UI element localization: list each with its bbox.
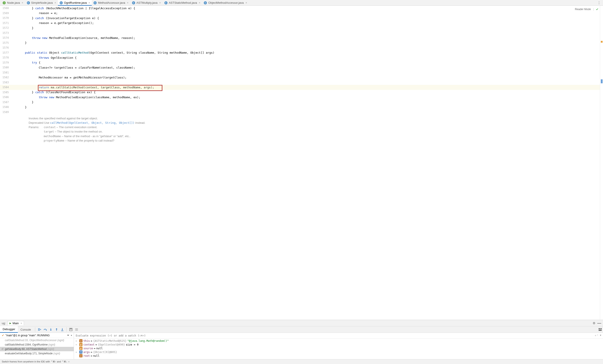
code-line[interactable]: 1578 throws OgnlException { (0, 55, 600, 60)
step-into-icon[interactable] (48, 327, 54, 332)
error-stripe[interactable] (600, 6, 603, 320)
code-line[interactable]: 1575 } (0, 40, 600, 45)
code-content[interactable]: Class<?> targetClass = classForName(cont… (17, 66, 600, 69)
close-icon[interactable]: × (159, 1, 161, 4)
editor-tab[interactable]: CObjectMethodAccessor.java× (202, 0, 249, 6)
code-content[interactable]: } (17, 100, 600, 104)
step-over-icon[interactable] (42, 327, 48, 332)
expand-icon[interactable]: ▸ (76, 343, 78, 346)
code-content[interactable]: } (17, 26, 600, 30)
debugger-tab[interactable]: Debugger (0, 326, 18, 333)
drop-frame-icon[interactable]: ↺ (1, 348, 4, 351)
code-content[interactable]: } catch (InvocationTargetException e) { (17, 16, 600, 20)
close-icon[interactable]: × (89, 1, 90, 4)
close-icon[interactable]: × (127, 1, 128, 4)
code-line[interactable]: 1577 public static Object callStaticMeth… (0, 50, 600, 55)
debug-run-config-tab[interactable]: ▶ Main × (8, 321, 24, 325)
doc-param: propertyName – Name of the property to c… (44, 138, 130, 143)
code-content[interactable]: public static Object callStaticMethod(Og… (17, 51, 600, 54)
variable-row[interactable]: ▸⠿args = {Object[0]@805} (74, 350, 603, 354)
svg-marker-8 (56, 328, 58, 329)
minimize-icon[interactable]: — (597, 321, 601, 326)
code-content[interactable]: } catch (NoSuchMethodException | Illegal… (17, 7, 600, 10)
code-line[interactable]: 1568 } catch (NoSuchMethodException | Il… (0, 6, 600, 11)
expand-icon[interactable]: ▸ (76, 340, 78, 342)
tab-label: ObjectMethodAccessor.java (208, 1, 244, 4)
code-line[interactable]: 1573 (0, 31, 600, 36)
variable-row[interactable]: =root = null (74, 354, 603, 358)
layout-settings-icon[interactable] (597, 327, 603, 332)
code-content[interactable]: } catch (ClassNotFoundException ex) { (17, 90, 600, 94)
watch-dropdown-icon[interactable]: ▾ (600, 334, 601, 337)
run-to-cursor-icon[interactable] (59, 327, 65, 332)
stack-frame[interactable]: evaluateGetValueBody:171, SimpleNode (og… (0, 351, 74, 356)
thread-label[interactable]: "main"@1 in group "main": RUNNING (5, 334, 65, 337)
evaluate-input[interactable] (76, 334, 593, 337)
status-close-icon[interactable]: × (68, 360, 70, 363)
code-content[interactable]: reason = e; (17, 11, 600, 15)
code-line[interactable]: 1580 Class<?> targetClass = classForName… (0, 65, 600, 70)
inspection-ok-icon[interactable]: ✔ (596, 8, 599, 11)
close-icon[interactable]: × (55, 1, 56, 4)
code-content[interactable]: throws OgnlException { (17, 56, 600, 59)
code-line[interactable]: 1581 (0, 70, 600, 75)
dropdown-icon[interactable]: ▾ (71, 334, 72, 337)
close-icon[interactable]: × (21, 322, 22, 325)
code-line[interactable]: 1588 } (0, 105, 600, 110)
code-content[interactable]: try { (17, 61, 600, 64)
variable-kind-icon: ⠿ (79, 350, 82, 354)
code-line[interactable]: 1587 } (0, 100, 600, 105)
close-icon[interactable]: × (245, 1, 247, 4)
add-watch-icon[interactable]: ＋⁺ (594, 334, 598, 337)
code-line[interactable]: 1570 } catch (InvocationTargetException … (0, 16, 600, 21)
console-tab[interactable]: Console (18, 326, 34, 333)
code-line[interactable]: 1574 throw new MethodFailedException(sou… (0, 35, 600, 40)
editor-tab[interactable]: CASTMultiply.java× (130, 0, 163, 6)
stack-frame[interactable]: callStaticMethod:33, ObjectMethodAccesso… (0, 338, 74, 342)
code-line[interactable]: 1579 try { (0, 60, 600, 65)
editor-tab[interactable]: COgnlRuntime.java× (58, 0, 92, 6)
reader-mode-label[interactable]: Reader Mode (575, 8, 591, 11)
code-line[interactable]: 1582 MethodAccessor ma = getMethodAccess… (0, 75, 600, 80)
close-icon[interactable]: × (22, 1, 23, 4)
evaluate-expression-icon[interactable] (68, 327, 74, 332)
code-content[interactable]: reason = e.getTargetException(); (17, 21, 600, 25)
frames-list[interactable]: callStaticMethod:33, ObjectMethodAccesso… (0, 338, 74, 359)
code-line[interactable]: 1572 } (0, 25, 600, 31)
code-line[interactable]: 1584 return ma.callStaticMethod(context,… (0, 85, 600, 90)
close-icon[interactable]: × (199, 1, 200, 4)
editor-tab[interactable]: CMethodAccessor.java× (92, 0, 130, 6)
code-line[interactable]: 1569 reason = e; (0, 11, 600, 16)
code-line[interactable]: 1586 throw new MethodFailedException(cla… (0, 95, 600, 100)
variable-row[interactable]: psource = null (74, 346, 603, 350)
editor-tab[interactable]: INode.java× (1, 0, 25, 6)
svg-rect-1 (38, 328, 40, 329)
variable-row[interactable]: ▸=this = {ASTStaticMethod@525} "@java.la… (74, 339, 603, 343)
code-content[interactable]: return ma.callStaticMethod(context, targ… (17, 86, 600, 89)
expand-icon[interactable]: ▸ (76, 351, 78, 353)
code-line[interactable]: 1571 reason = e.getTargetException(); (0, 21, 600, 26)
code-content[interactable]: } (17, 106, 600, 109)
code-content[interactable]: throw new MethodFailedException(source, … (17, 36, 600, 40)
code-content[interactable]: } (17, 41, 600, 44)
variable-value-string: "@java.lang.Math@random()" (128, 339, 169, 342)
code-line[interactable]: 1589 (0, 110, 600, 115)
trace-current-stream-icon[interactable] (74, 327, 80, 332)
stack-frame[interactable]: ↺getValueBody:60, ASTStaticMethod (ognl) (0, 347, 74, 351)
stack-frame[interactable]: callStaticMethod:1584, OgnlRuntime (ognl… (0, 342, 74, 347)
variables-tree[interactable]: ▸=this = {ASTStaticMethod@525} "@java.la… (74, 339, 603, 359)
code-content[interactable]: throw new MethodFailedException(classNam… (17, 96, 600, 99)
doc-link[interactable]: callMethod(OgnlContext, Object, String, … (50, 121, 135, 124)
editor-tab[interactable]: CASTStaticMethod.java× (163, 0, 202, 6)
code-line[interactable]: 1585 } catch (ClassNotFoundException ex)… (0, 90, 600, 95)
filter-icon[interactable]: ⏷ (67, 334, 70, 337)
gear-icon[interactable]: ⚙ (593, 321, 595, 325)
show-execution-point-icon[interactable] (36, 327, 42, 332)
variable-row[interactable]: ▸pcontext = {OgnlContext@490} size = 0 (74, 343, 603, 346)
tabs-overflow-icon[interactable]: ⋮ (595, 1, 603, 5)
code-line[interactable]: 1576 (0, 45, 600, 50)
code-line[interactable]: 1583 (0, 80, 600, 85)
step-out-icon[interactable] (54, 327, 59, 332)
editor-tab[interactable]: CSimpleNode.java× (25, 0, 58, 6)
code-content[interactable]: MethodAccessor ma = getMethodAccessor(ta… (17, 76, 600, 79)
